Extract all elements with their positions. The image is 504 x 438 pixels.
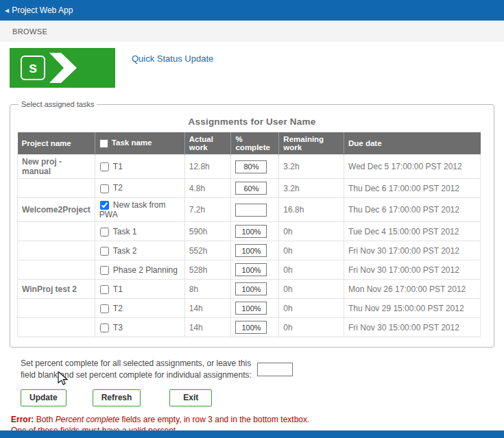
percent-complete-input[interactable] <box>235 160 267 173</box>
table-row: New proj - manual T1 12.8h 3.2h Wed Dec … <box>18 155 481 179</box>
tab-browse[interactable]: BROWSE <box>12 27 47 36</box>
actual-work-cell: 552h <box>184 241 231 260</box>
percent-complete-input[interactable] <box>235 321 267 334</box>
suite-bar: ◀ Project Web App <box>0 0 504 21</box>
percent-complete-cell <box>231 280 279 299</box>
due-date-cell: Thu Dec 6 17:00:00 PST 2012 <box>344 179 481 198</box>
due-date-cell: Thu Nov 29 15:00:00 PST 2012 <box>344 299 481 318</box>
remaining-work-cell: 0h <box>279 318 344 337</box>
project-name-cell <box>18 260 95 280</box>
ribbon-bar: BROWSE <box>0 21 504 42</box>
logo-letter: s <box>29 60 37 75</box>
refresh-button[interactable]: Refresh <box>93 389 141 406</box>
col-actual-work: Actual work <box>184 132 231 155</box>
table-row: Task 2 552h 0h Fri Nov 30 17:00:00 PST 2… <box>18 241 481 260</box>
task-name-cell: T1 <box>95 155 184 179</box>
remaining-work-cell: 3.2h <box>279 155 344 179</box>
assignments-table: Project name Task name Actual work % com… <box>17 132 481 337</box>
remaining-work-cell: 0h <box>279 299 344 318</box>
percent-complete-input[interactable] <box>235 302 267 315</box>
task-checkbox[interactable] <box>100 247 109 256</box>
task-name-cell: T3 <box>95 318 184 337</box>
actual-work-cell: 14h <box>184 318 231 337</box>
task-checkbox[interactable] <box>100 324 109 332</box>
action-buttons: Update Refresh Exit <box>21 389 494 406</box>
task-checkbox[interactable] <box>100 285 109 294</box>
update-button[interactable]: Update <box>21 389 67 406</box>
task-checkbox[interactable] <box>100 201 109 210</box>
task-checkbox[interactable] <box>100 228 109 236</box>
error-prefix: Error: <box>11 415 34 424</box>
error-italic-term: Percent complete <box>56 415 119 424</box>
task-label: T2 <box>113 304 123 313</box>
percent-complete-cell <box>231 155 279 179</box>
col-project-name: Project name <box>18 132 95 155</box>
project-app-logo: s <box>10 48 115 88</box>
due-date-cell: Mon Nov 26 17:00:00 PST 2012 <box>344 280 481 299</box>
actual-work-cell: 590h <box>184 222 231 241</box>
bulk-percent-input[interactable] <box>257 363 293 376</box>
table-row: Phase 2 Planning 528h 0h Fri Nov 30 17:0… <box>18 260 481 280</box>
table-row: T2 4.8h 3.2h Thu Dec 6 17:00:00 PST 2012 <box>18 179 481 198</box>
task-label: Phase 2 Planning <box>113 265 178 275</box>
percent-complete-cell <box>231 241 279 260</box>
task-name-cell: Phase 2 Planning <box>95 260 184 280</box>
quick-status-update-link[interactable]: Quick Status Update <box>132 53 213 64</box>
project-name-cell: New proj - manual <box>18 155 95 179</box>
task-label: T1 <box>113 162 123 171</box>
actual-work-cell: 7.2h <box>184 198 231 222</box>
percent-complete-cell <box>231 179 279 198</box>
panel-legend: Select assigned tasks <box>19 100 97 108</box>
table-row: Welcome2Project New task from PWA 7.2h 1… <box>18 198 481 222</box>
percent-complete-cell <box>231 318 279 337</box>
table-row: T2 14h 0h Thu Nov 29 15:00:00 PST 2012 <box>18 299 481 318</box>
percent-complete-input[interactable] <box>235 282 267 295</box>
error-text-2: fields are empty, in row 3 and in the bo… <box>119 415 309 424</box>
col-task-name: Task name <box>95 132 184 155</box>
actual-work-cell: 528h <box>184 260 231 280</box>
percent-complete-cell <box>231 222 279 241</box>
task-name-cell: T2 <box>95 179 184 198</box>
logo-s-tile: s <box>21 56 45 80</box>
project-name-cell <box>18 179 95 198</box>
task-name-cell: T2 <box>95 299 184 318</box>
bottom-bar <box>0 430 504 438</box>
task-checkbox[interactable] <box>100 304 109 313</box>
task-label: New task from PWA <box>99 200 166 219</box>
percent-complete-input[interactable] <box>235 204 267 217</box>
project-name-cell <box>18 299 95 318</box>
back-chevron-icon[interactable]: ◀ <box>5 8 9 14</box>
exit-button[interactable]: Exit <box>169 389 212 406</box>
bulk-instruction-line1: Set percent complete for all selected as… <box>21 358 252 369</box>
page-header: s Quick Status Update <box>10 48 494 88</box>
table-row: T3 14h 0h Fri Nov 30 15:00:00 PST 2012 <box>18 318 481 337</box>
remaining-work-cell: 0h <box>279 280 344 299</box>
task-checkbox[interactable] <box>100 266 109 275</box>
task-label: T3 <box>113 323 123 332</box>
assignments-title: Assignments for User Name <box>17 117 487 127</box>
bulk-percent-section: Set percent complete for all selected as… <box>21 358 494 380</box>
col-task-name-label: Task name <box>112 138 152 147</box>
actual-work-cell: 14h <box>184 299 231 318</box>
col-remaining-work: Remaining work <box>279 132 344 155</box>
due-date-cell: Fri Nov 30 17:00:00 PST 2012 <box>344 241 481 260</box>
table-header-row: Project name Task name Actual work % com… <box>18 132 481 155</box>
project-name-cell: Welcome2Project <box>18 198 95 222</box>
bulk-instruction-line2: field blank and set percent complete for… <box>21 369 252 380</box>
task-checkbox[interactable] <box>100 162 109 171</box>
percent-complete-input[interactable] <box>235 182 267 195</box>
percent-complete-input[interactable] <box>235 225 267 238</box>
col-due-date: Due date <box>344 132 481 155</box>
percent-complete-input[interactable] <box>235 263 267 276</box>
remaining-work-cell: 0h <box>279 222 344 241</box>
task-name-cell: T1 <box>95 280 184 299</box>
task-checkbox[interactable] <box>100 184 109 193</box>
percent-complete-input[interactable] <box>235 244 267 257</box>
app-title: Project Web App <box>12 5 73 15</box>
table-row: WinProj test 2 T1 8h 0h Mon Nov 26 17:00… <box>18 280 481 299</box>
project-name-cell <box>18 222 95 241</box>
table-row: Task 1 590h 0h Tue Dec 4 15:00:00 PST 20… <box>18 222 481 241</box>
task-label: Task 2 <box>113 246 137 256</box>
remaining-work-cell: 0h <box>279 260 344 280</box>
select-all-checkbox[interactable] <box>99 139 108 148</box>
